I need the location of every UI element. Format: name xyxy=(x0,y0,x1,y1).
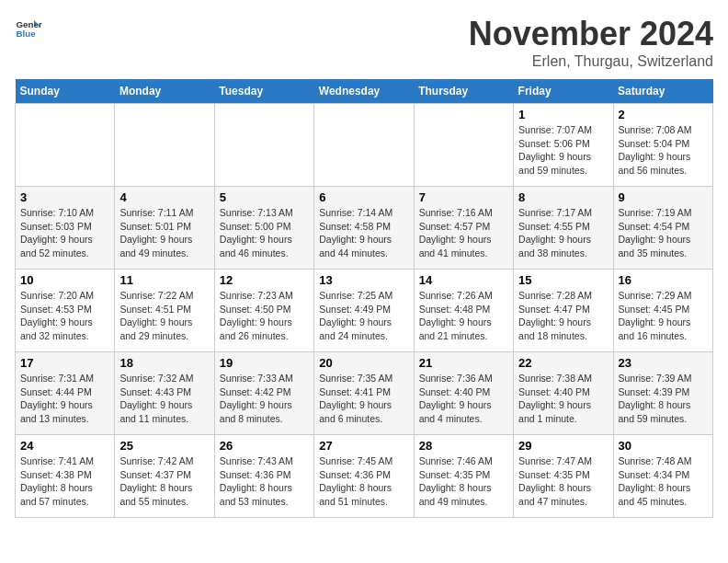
day-number: 29 xyxy=(518,439,608,453)
day-number: 15 xyxy=(518,273,608,287)
day-number: 18 xyxy=(119,356,209,370)
day-detail: Sunrise: 7:17 AM Sunset: 4:55 PM Dayligh… xyxy=(518,206,608,260)
day-number: 30 xyxy=(619,439,708,453)
day-detail: Sunrise: 7:39 AM Sunset: 4:39 PM Dayligh… xyxy=(619,372,708,426)
day-detail: Sunrise: 7:48 AM Sunset: 4:34 PM Dayligh… xyxy=(619,454,708,509)
day-detail: Sunrise: 7:33 AM Sunset: 4:42 PM Dayligh… xyxy=(220,372,309,426)
svg-text:General: General xyxy=(17,19,43,29)
calendar-cell: 19Sunrise: 7:33 AM Sunset: 4:42 PM Dayli… xyxy=(214,352,313,435)
day-header: Thursday xyxy=(414,79,513,104)
calendar-cell: 10Sunrise: 7:20 AM Sunset: 4:53 PM Dayli… xyxy=(16,270,115,352)
day-header: Sunday xyxy=(16,79,115,104)
day-number: 5 xyxy=(220,190,309,204)
day-number: 16 xyxy=(619,273,708,287)
day-detail: Sunrise: 7:47 AM Sunset: 4:35 PM Dayligh… xyxy=(518,454,608,509)
day-detail: Sunrise: 7:19 AM Sunset: 4:54 PM Dayligh… xyxy=(619,206,708,260)
day-detail: Sunrise: 7:23 AM Sunset: 4:50 PM Dayligh… xyxy=(220,289,309,343)
calendar-week-row: 10Sunrise: 7:20 AM Sunset: 4:53 PM Dayli… xyxy=(16,270,713,352)
day-detail: Sunrise: 7:43 AM Sunset: 4:36 PM Dayligh… xyxy=(220,454,309,509)
day-detail: Sunrise: 7:42 AM Sunset: 4:37 PM Dayligh… xyxy=(119,454,209,509)
day-detail: Sunrise: 7:29 AM Sunset: 4:45 PM Dayligh… xyxy=(619,289,708,343)
day-number: 7 xyxy=(419,190,508,204)
calendar-cell: 25Sunrise: 7:42 AM Sunset: 4:37 PM Dayli… xyxy=(115,435,214,518)
day-number: 1 xyxy=(518,108,608,121)
day-detail: Sunrise: 7:38 AM Sunset: 4:40 PM Dayligh… xyxy=(518,372,608,426)
day-detail: Sunrise: 7:31 AM Sunset: 4:44 PM Dayligh… xyxy=(20,372,109,426)
day-detail: Sunrise: 7:07 AM Sunset: 5:06 PM Dayligh… xyxy=(518,123,608,178)
day-number: 6 xyxy=(319,190,408,204)
day-detail: Sunrise: 7:16 AM Sunset: 4:57 PM Dayligh… xyxy=(419,206,508,260)
day-number: 12 xyxy=(220,273,309,287)
calendar-cell: 2Sunrise: 7:08 AM Sunset: 5:04 PM Daylig… xyxy=(613,104,712,187)
calendar-cell: 7Sunrise: 7:16 AM Sunset: 4:57 PM Daylig… xyxy=(414,187,513,270)
calendar-cell: 18Sunrise: 7:32 AM Sunset: 4:43 PM Dayli… xyxy=(115,352,214,435)
day-number: 3 xyxy=(20,190,109,204)
day-detail: Sunrise: 7:13 AM Sunset: 5:00 PM Dayligh… xyxy=(220,206,309,260)
day-detail: Sunrise: 7:20 AM Sunset: 4:53 PM Dayligh… xyxy=(20,289,109,343)
day-detail: Sunrise: 7:22 AM Sunset: 4:51 PM Dayligh… xyxy=(119,289,209,343)
calendar-cell: 26Sunrise: 7:43 AM Sunset: 4:36 PM Dayli… xyxy=(214,435,313,518)
header: General Blue November 2024 Erlen, Thurga… xyxy=(15,15,713,70)
calendar-cell: 4Sunrise: 7:11 AM Sunset: 5:01 PM Daylig… xyxy=(115,187,214,270)
calendar-cell: 16Sunrise: 7:29 AM Sunset: 4:45 PM Dayli… xyxy=(613,270,712,352)
location-title: Erlen, Thurgau, Switzerland xyxy=(469,53,713,70)
day-number: 26 xyxy=(220,439,309,453)
calendar-body: 1Sunrise: 7:07 AM Sunset: 5:06 PM Daylig… xyxy=(16,104,713,518)
day-detail: Sunrise: 7:46 AM Sunset: 4:35 PM Dayligh… xyxy=(419,454,508,509)
calendar-cell: 30Sunrise: 7:48 AM Sunset: 4:34 PM Dayli… xyxy=(613,435,712,518)
day-header: Saturday xyxy=(613,79,712,104)
calendar-week-row: 3Sunrise: 7:10 AM Sunset: 5:03 PM Daylig… xyxy=(16,187,713,270)
day-detail: Sunrise: 7:35 AM Sunset: 4:41 PM Dayligh… xyxy=(319,372,408,426)
day-number: 27 xyxy=(319,439,408,453)
month-title: November 2024 xyxy=(469,15,713,53)
day-detail: Sunrise: 7:26 AM Sunset: 4:48 PM Dayligh… xyxy=(419,289,508,343)
day-detail: Sunrise: 7:32 AM Sunset: 4:43 PM Dayligh… xyxy=(119,372,209,426)
day-header: Monday xyxy=(115,79,214,104)
calendar-table: SundayMondayTuesdayWednesdayThursdayFrid… xyxy=(15,79,713,518)
calendar-cell: 1Sunrise: 7:07 AM Sunset: 5:06 PM Daylig… xyxy=(514,104,613,187)
calendar-cell: 9Sunrise: 7:19 AM Sunset: 4:54 PM Daylig… xyxy=(613,187,712,270)
day-number: 14 xyxy=(419,273,508,287)
day-detail: Sunrise: 7:11 AM Sunset: 5:01 PM Dayligh… xyxy=(119,206,209,260)
day-detail: Sunrise: 7:14 AM Sunset: 4:58 PM Dayligh… xyxy=(319,206,408,260)
calendar-cell: 11Sunrise: 7:22 AM Sunset: 4:51 PM Dayli… xyxy=(115,270,214,352)
day-number: 17 xyxy=(20,356,109,370)
day-number: 28 xyxy=(419,439,508,453)
calendar-cell: 24Sunrise: 7:41 AM Sunset: 4:38 PM Dayli… xyxy=(16,435,115,518)
calendar-cell xyxy=(115,104,214,187)
calendar-cell: 22Sunrise: 7:38 AM Sunset: 4:40 PM Dayli… xyxy=(514,352,613,435)
logo-icon: General Blue xyxy=(15,15,42,42)
day-number: 19 xyxy=(220,356,309,370)
day-number: 22 xyxy=(518,356,608,370)
day-header: Friday xyxy=(514,79,613,104)
calendar-week-row: 24Sunrise: 7:41 AM Sunset: 4:38 PM Dayli… xyxy=(16,435,713,518)
calendar-cell: 6Sunrise: 7:14 AM Sunset: 4:58 PM Daylig… xyxy=(314,187,414,270)
day-number: 11 xyxy=(119,273,209,287)
day-number: 10 xyxy=(20,273,109,287)
calendar-cell: 23Sunrise: 7:39 AM Sunset: 4:39 PM Dayli… xyxy=(613,352,712,435)
calendar-cell: 20Sunrise: 7:35 AM Sunset: 4:41 PM Dayli… xyxy=(314,352,414,435)
day-detail: Sunrise: 7:45 AM Sunset: 4:36 PM Dayligh… xyxy=(319,454,408,509)
calendar-cell xyxy=(314,104,414,187)
day-number: 21 xyxy=(419,356,508,370)
calendar-cell: 28Sunrise: 7:46 AM Sunset: 4:35 PM Dayli… xyxy=(414,435,513,518)
calendar-header-row: SundayMondayTuesdayWednesdayThursdayFrid… xyxy=(16,79,713,104)
calendar-cell: 14Sunrise: 7:26 AM Sunset: 4:48 PM Dayli… xyxy=(414,270,513,352)
day-detail: Sunrise: 7:36 AM Sunset: 4:40 PM Dayligh… xyxy=(419,372,508,426)
calendar-cell: 12Sunrise: 7:23 AM Sunset: 4:50 PM Dayli… xyxy=(214,270,313,352)
day-detail: Sunrise: 7:25 AM Sunset: 4:49 PM Dayligh… xyxy=(319,289,408,343)
day-number: 23 xyxy=(619,356,708,370)
day-number: 13 xyxy=(319,273,408,287)
day-detail: Sunrise: 7:41 AM Sunset: 4:38 PM Dayligh… xyxy=(20,454,109,509)
calendar-cell: 13Sunrise: 7:25 AM Sunset: 4:49 PM Dayli… xyxy=(314,270,414,352)
calendar-cell: 5Sunrise: 7:13 AM Sunset: 5:00 PM Daylig… xyxy=(214,187,313,270)
calendar-cell: 27Sunrise: 7:45 AM Sunset: 4:36 PM Dayli… xyxy=(314,435,414,518)
day-number: 24 xyxy=(20,439,109,453)
day-detail: Sunrise: 7:08 AM Sunset: 5:04 PM Dayligh… xyxy=(619,123,708,178)
calendar-cell: 15Sunrise: 7:28 AM Sunset: 4:47 PM Dayli… xyxy=(514,270,613,352)
calendar-cell: 3Sunrise: 7:10 AM Sunset: 5:03 PM Daylig… xyxy=(16,187,115,270)
svg-text:Blue: Blue xyxy=(17,29,37,39)
calendar-cell xyxy=(16,104,115,187)
calendar-cell xyxy=(214,104,313,187)
calendar-week-row: 17Sunrise: 7:31 AM Sunset: 4:44 PM Dayli… xyxy=(16,352,713,435)
